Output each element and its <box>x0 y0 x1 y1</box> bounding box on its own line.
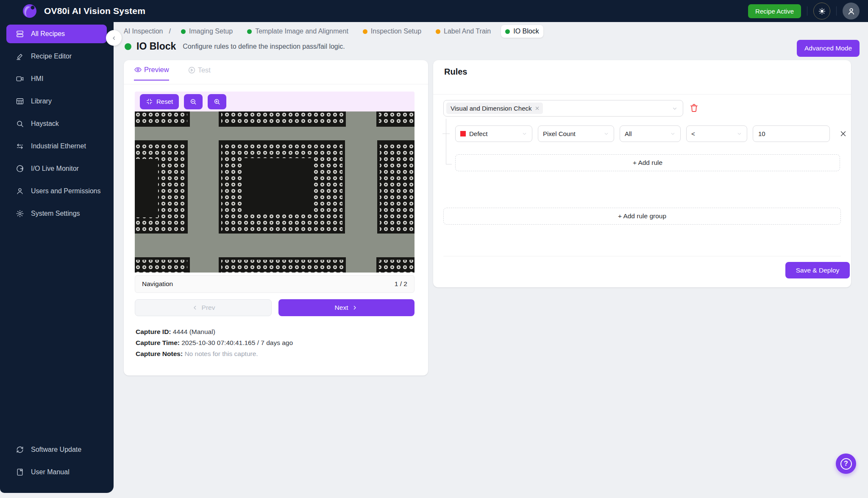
tab-test[interactable]: Test <box>188 66 211 81</box>
advanced-mode-button[interactable]: Advanced Mode <box>797 40 860 57</box>
breadcrumb-step-io-block[interactable]: IO Block <box>501 25 543 38</box>
sidebar-item-users-permissions[interactable]: Users and Permissions <box>6 182 107 200</box>
defect-color-chip <box>460 131 466 136</box>
video-icon <box>16 75 24 83</box>
breadcrumb-root[interactable]: AI Inspection <box>124 28 163 35</box>
prev-button[interactable]: Prev <box>135 299 272 316</box>
sidebar-item-all-recipes[interactable]: All Recipes <box>6 25 107 43</box>
zoom-in-button[interactable] <box>208 94 226 109</box>
zoom-out-icon <box>189 98 197 106</box>
table-icon <box>16 97 24 106</box>
breadcrumb: AI Inspection / Imaging Setup Template I… <box>124 24 543 39</box>
user-icon <box>847 7 856 16</box>
sidebar-item-library[interactable]: Library <box>6 92 107 111</box>
chevron-right-icon <box>351 304 358 311</box>
status-dot-orange <box>363 29 367 34</box>
question-mark-icon: ? <box>840 458 852 470</box>
user-avatar-button[interactable] <box>843 3 860 19</box>
breadcrumb-step-template-alignment[interactable]: Template Image and Alignment <box>243 25 353 38</box>
divider <box>443 256 841 256</box>
navigation-bar: Navigation 1 / 2 <box>135 275 415 293</box>
sidebar-item-system-settings[interactable]: System Settings <box>6 204 107 223</box>
sidebar-item-software-update[interactable]: Software Update <box>6 440 107 459</box>
page-header: IO Block Configure rules to define the i… <box>125 41 345 52</box>
topbar: OV80i AI Vision System Recipe Active <box>0 0 868 22</box>
save-deploy-button[interactable]: Save & Deploy <box>785 262 850 278</box>
sidebar-item-label: HMI <box>31 75 43 83</box>
page-subtitle: Configure rules to define the inspection… <box>183 43 345 50</box>
rule-row: Defect Pixel Count All < <box>455 125 847 142</box>
breadcrumb-step-imaging-setup[interactable]: Imaging Setup <box>177 25 237 38</box>
add-rule-button[interactable]: + Add rule <box>455 154 840 171</box>
chevron-down-icon <box>672 106 678 111</box>
add-rule-group-button[interactable]: + Add rule group <box>443 208 841 225</box>
page-indicator: 1 / 2 <box>395 280 407 288</box>
sidebar-item-hmi[interactable]: HMI <box>6 70 107 88</box>
status-dot-green <box>505 29 510 34</box>
status-dot-orange <box>436 29 440 34</box>
sidebar-item-label: All Recipes <box>31 30 65 38</box>
manual-icon <box>16 468 24 476</box>
preview-tabs: Preview Test <box>134 66 211 81</box>
status-dot-green <box>125 43 131 50</box>
divider <box>124 84 428 84</box>
user-icon <box>16 187 24 195</box>
sidebar-item-io-live-monitor[interactable]: I/O Live Monitor <box>6 159 107 178</box>
reset-view-button[interactable]: Reset <box>140 94 179 109</box>
rules-card: Rules Visual and Dimension Check Defect <box>433 60 851 287</box>
navigation-label: Navigation <box>142 280 173 288</box>
next-button[interactable]: Next <box>278 299 415 316</box>
rule-scope-select[interactable]: All <box>620 125 681 142</box>
sidebar-collapse-button[interactable] <box>106 30 122 46</box>
tag-remove-icon[interactable] <box>535 106 540 111</box>
breadcrumb-step-label-and-train[interactable]: Label And Train <box>431 25 495 38</box>
breadcrumb-separator: / <box>169 28 171 35</box>
recipe-status-badge: Recipe Active <box>748 4 801 18</box>
tab-preview[interactable]: Preview <box>134 66 169 81</box>
breadcrumb-step-inspection-setup[interactable]: Inspection Setup <box>359 25 426 38</box>
arrows-icon <box>16 142 24 150</box>
remove-rule-button[interactable] <box>840 130 847 137</box>
help-button[interactable]: ? <box>836 453 856 474</box>
capture-time-row: Capture Time: 2025-10-30 07:40:41.165 / … <box>136 337 293 348</box>
search-icon <box>16 120 24 128</box>
rule-operator-select[interactable]: < <box>686 125 747 142</box>
capture-info: Capture ID: 4444 (Manual) Capture Time: … <box>136 326 293 359</box>
rule-tree-connector <box>442 134 450 134</box>
recipes-icon <box>16 30 24 38</box>
rule-class-select[interactable]: Defect <box>455 125 532 142</box>
refresh-icon <box>16 445 24 454</box>
chevron-down-icon <box>670 131 676 136</box>
sidebar-item-haystack[interactable]: Haystack <box>6 114 107 133</box>
sidebar-item-label: Recipe Editor <box>31 53 72 60</box>
sidebar-item-label: Industrial Ethernet <box>31 142 86 150</box>
sidebar-item-label: Software Update <box>31 446 81 453</box>
rule-feature-select[interactable]: Pixel Count <box>538 125 614 142</box>
capture-image[interactable] <box>135 111 415 273</box>
sidebar-item-label: Library <box>31 97 52 105</box>
divider <box>807 6 807 16</box>
chevron-down-icon <box>737 131 742 136</box>
sidebar-item-industrial-ethernet[interactable]: Industrial Ethernet <box>6 137 107 156</box>
play-circle-icon <box>188 66 196 74</box>
sidebar-item-label: I/O Live Monitor <box>31 165 79 172</box>
divider <box>433 94 851 95</box>
chevron-down-icon <box>604 131 609 136</box>
image-toolbar: Reset <box>135 92 415 111</box>
theme-toggle-button[interactable] <box>813 3 830 19</box>
sidebar-item-user-manual[interactable]: User Manual <box>6 463 107 481</box>
zoom-out-button[interactable] <box>184 94 203 109</box>
delete-group-button[interactable] <box>689 103 699 113</box>
sidebar-item-label: Users and Permissions <box>31 187 101 195</box>
sun-icon <box>818 7 826 15</box>
center-view-icon <box>146 98 153 105</box>
sidebar-item-recipe-editor[interactable]: Recipe Editor <box>6 47 107 66</box>
sidebar: All Recipes Recipe Editor HMI Library <box>0 0 114 493</box>
selected-tag: Visual and Dimension Check <box>446 103 543 114</box>
sidebar-item-label: Haystack <box>31 120 59 128</box>
rule-group-select[interactable]: Visual and Dimension Check <box>443 100 683 117</box>
rule-threshold-input[interactable] <box>753 125 830 142</box>
zoom-in-icon <box>213 98 221 106</box>
app-title: OV80i AI Vision System <box>44 6 145 16</box>
chevron-left-icon <box>111 35 117 42</box>
